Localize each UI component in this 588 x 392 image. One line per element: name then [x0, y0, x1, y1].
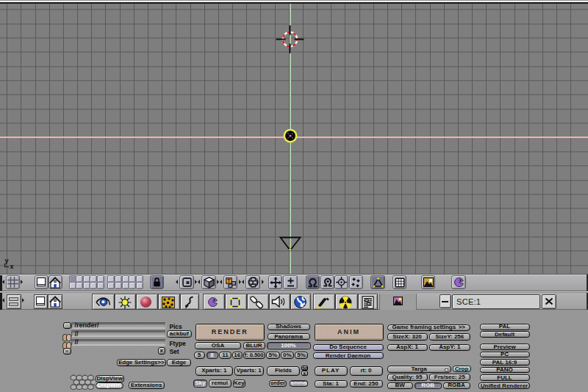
svg-text:T: T	[227, 277, 231, 284]
